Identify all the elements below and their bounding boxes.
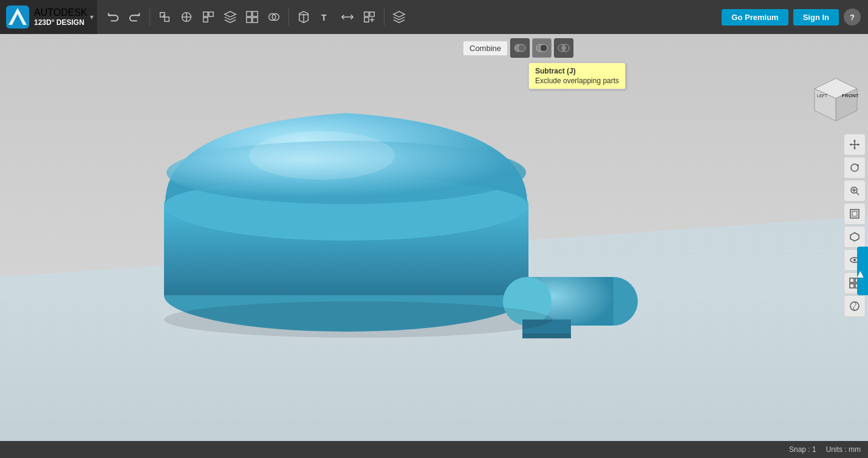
svg-point-26 — [540, 44, 547, 52]
header: AUTODESK 123D° DESIGN ▾ — [0, 0, 868, 34]
svg-rect-10 — [209, 12, 213, 16]
tooltip-title: Subtract (J) — [535, 67, 619, 75]
main-toolbar: T — [97, 7, 722, 27]
svg-rect-41 — [522, 333, 571, 338]
status-bar: Snap : 1 Units : mm — [0, 441, 868, 458]
app-subtitle: 123D° DESIGN — [34, 18, 87, 27]
text-button[interactable]: T — [316, 7, 335, 27]
side-panel-tab[interactable]: ▶ — [857, 247, 868, 295]
svg-point-24 — [518, 44, 525, 52]
subtract-tooltip: Subtract (J) Exclude overlapping parts — [528, 63, 626, 89]
logo-text: AUTODESK 123D° DESIGN — [34, 7, 87, 27]
sign-in-button[interactable]: Sign In — [793, 9, 839, 26]
svg-point-36 — [249, 131, 395, 180]
svg-rect-11 — [203, 18, 208, 22]
viewport[interactable]: FRONT LEFT ▶ — [0, 34, 868, 458]
svg-rect-15 — [253, 18, 258, 22]
combine-label-button[interactable]: Combine — [463, 41, 508, 56]
svg-text:FRONT: FRONT — [842, 93, 859, 98]
svg-point-42 — [164, 301, 553, 338]
undo-button[interactable] — [103, 7, 123, 27]
svg-rect-13 — [253, 12, 258, 16]
navigation-cube[interactable]: FRONT LEFT — [808, 75, 863, 130]
snap-button[interactable] — [360, 7, 379, 27]
logo-area: AUTODESK 123D° DESIGN ▾ — [0, 0, 97, 34]
units-status: Units : mm — [826, 445, 861, 454]
group-button[interactable] — [242, 7, 262, 27]
combine-toolbar: Combine — [463, 38, 573, 58]
svg-point-57 — [853, 259, 856, 261]
autodesk-logo-icon — [6, 5, 29, 29]
svg-marker-55 — [850, 233, 859, 241]
svg-rect-58 — [850, 278, 854, 282]
svg-line-50 — [856, 193, 859, 195]
transform-button[interactable] — [155, 7, 174, 27]
redo-button[interactable] — [125, 7, 145, 27]
toolbar-sep-2 — [289, 8, 289, 26]
svg-rect-54 — [852, 211, 857, 216]
tooltip-description: Exclude overlapping parts — [535, 77, 619, 85]
materials-button[interactable] — [844, 295, 866, 317]
svg-rect-3 — [160, 13, 165, 17]
boolean-button[interactable] — [264, 7, 284, 27]
modify-button[interactable] — [220, 7, 240, 27]
construct-button[interactable] — [199, 7, 218, 27]
snap-status: Snap : 1 — [789, 445, 816, 454]
svg-rect-4 — [165, 17, 169, 21]
sketch-button[interactable] — [177, 7, 196, 27]
pan-tool-button[interactable] — [844, 134, 866, 156]
measure-button[interactable] — [338, 7, 357, 27]
orthographic-button[interactable] — [844, 226, 866, 248]
svg-text:LEFT: LEFT — [817, 94, 828, 98]
svg-text:T: T — [321, 13, 327, 22]
svg-rect-53 — [850, 210, 859, 218]
intersect-button[interactable] — [554, 38, 573, 58]
union-button[interactable] — [510, 38, 530, 58]
app-dropdown[interactable]: ▾ — [90, 13, 94, 21]
svg-rect-9 — [203, 12, 208, 16]
svg-point-48 — [851, 164, 858, 171]
header-right: Go Premium Sign In ? — [722, 9, 868, 26]
go-premium-button[interactable]: Go Premium — [722, 9, 788, 26]
svg-rect-12 — [247, 12, 251, 16]
toolbar-sep-3 — [384, 8, 384, 26]
svg-rect-60 — [850, 284, 854, 288]
3d-model — [91, 64, 638, 368]
fit-view-button[interactable] — [844, 203, 866, 225]
zoom-tool-button[interactable] — [844, 180, 866, 202]
layers-button[interactable] — [389, 7, 409, 27]
rotate-tool-button[interactable] — [844, 157, 866, 179]
svg-rect-14 — [247, 18, 251, 22]
subtract-button[interactable] — [532, 38, 552, 58]
app-name: AUTODESK — [34, 7, 87, 18]
help-button[interactable]: ? — [844, 9, 861, 26]
box-button[interactable] — [294, 7, 313, 27]
svg-text:▶: ▶ — [857, 271, 864, 278]
toolbar-sep-1 — [149, 8, 150, 26]
